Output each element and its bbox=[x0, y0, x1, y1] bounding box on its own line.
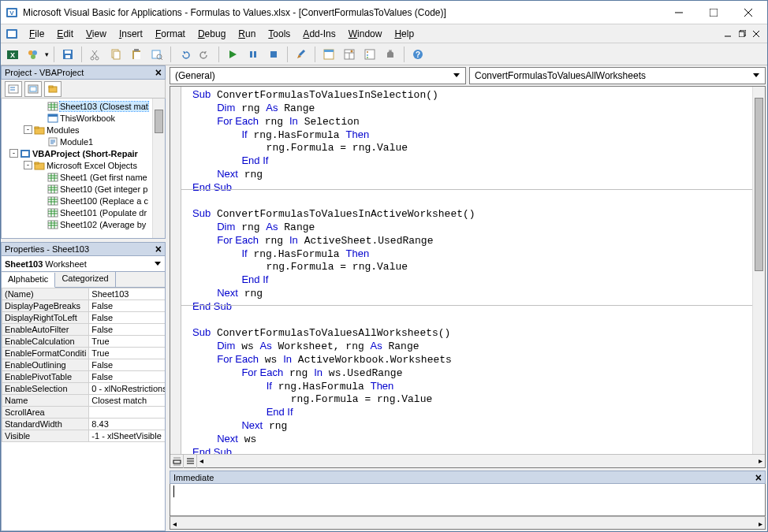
properties-window-button[interactable] bbox=[341, 46, 358, 63]
project-explorer-toolbar bbox=[1, 80, 166, 99]
insert-button[interactable] bbox=[24, 46, 42, 63]
cut-button[interactable] bbox=[87, 46, 104, 63]
property-row[interactable]: DisplayPageBreaksFalse bbox=[2, 300, 166, 312]
mdi-close-button[interactable] bbox=[750, 28, 762, 40]
property-row[interactable]: NameClosest match bbox=[2, 395, 166, 407]
standard-toolbar: X ▾ ? bbox=[1, 43, 767, 65]
menu-file[interactable]: File bbox=[23, 26, 50, 42]
mdi-minimize-button[interactable] bbox=[721, 28, 734, 40]
save-button[interactable] bbox=[59, 46, 76, 63]
svg-text:V: V bbox=[9, 9, 14, 17]
maximize-button[interactable] bbox=[696, 1, 731, 24]
property-row[interactable]: DisplayRightToLeftFalse bbox=[2, 312, 166, 324]
break-button[interactable] bbox=[244, 46, 262, 63]
mod-icon bbox=[47, 136, 58, 147]
tree-node[interactable]: -Microsoft Excel Objects bbox=[2, 159, 165, 171]
project-explorer-header[interactable]: Project - VBAProject × bbox=[1, 65, 166, 80]
property-row[interactable]: EnableSelection0 - xlNoRestrictions bbox=[2, 383, 166, 395]
tree-node[interactable]: Sheet10 (Get integer p bbox=[2, 183, 165, 195]
immediate-header[interactable]: Immediate × bbox=[170, 471, 766, 484]
paste-button[interactable] bbox=[128, 46, 145, 63]
tree-node[interactable]: Module1 bbox=[2, 136, 165, 147]
copy-button[interactable] bbox=[107, 46, 125, 63]
property-row[interactable]: (Name)Sheet103 bbox=[2, 288, 166, 300]
minimize-button[interactable] bbox=[662, 1, 696, 24]
tree-node[interactable]: ThisWorkbook bbox=[2, 112, 165, 124]
svg-point-45 bbox=[367, 51, 368, 53]
tree-node[interactable]: Sheet100 (Replace a c bbox=[2, 195, 165, 206]
redo-button[interactable] bbox=[196, 46, 214, 63]
menu-tools[interactable]: Tools bbox=[262, 26, 296, 42]
menu-insert[interactable]: Insert bbox=[113, 26, 149, 42]
undo-button[interactable] bbox=[176, 46, 193, 63]
immediate-close-icon[interactable]: × bbox=[755, 474, 762, 482]
project-tree-scrollbar[interactable] bbox=[152, 99, 165, 238]
procedure-view-button[interactable] bbox=[170, 455, 184, 468]
code-vertical-scrollbar[interactable] bbox=[752, 87, 765, 454]
property-row[interactable]: EnableAutoFilterFalse bbox=[2, 324, 166, 336]
menu-add-ins[interactable]: Add-Ins bbox=[296, 26, 341, 42]
view-object-button[interactable] bbox=[24, 81, 42, 97]
titlebar[interactable]: V Microsoft Visual Basic for Application… bbox=[1, 1, 767, 24]
run-button[interactable] bbox=[224, 46, 241, 63]
tree-node[interactable]: Sheet102 (Average by bbox=[2, 218, 165, 230]
mdi-restore-button[interactable] bbox=[736, 28, 748, 40]
svg-text:?: ? bbox=[416, 50, 420, 59]
tab-categorized[interactable]: Categorized bbox=[55, 272, 115, 287]
tree-node[interactable]: -VBAProject (Short-Repair bbox=[2, 147, 165, 159]
property-row[interactable]: ScrollArea bbox=[2, 407, 166, 419]
menu-debug[interactable]: Debug bbox=[192, 26, 232, 42]
menu-view[interactable]: View bbox=[80, 26, 113, 42]
properties-object-type: Worksheet bbox=[45, 259, 86, 269]
full-module-view-button[interactable] bbox=[184, 455, 197, 468]
properties-grid[interactable]: (Name)Sheet103DisplayPageBreaksFalseDisp… bbox=[1, 288, 166, 531]
find-button[interactable] bbox=[148, 46, 166, 63]
object-browser-button[interactable] bbox=[361, 46, 378, 63]
property-row[interactable]: EnableFormatConditiTrue bbox=[2, 348, 166, 359]
menu-format[interactable]: Format bbox=[149, 26, 192, 42]
menu-run[interactable]: Run bbox=[232, 26, 262, 42]
tab-alphabetic[interactable]: Alphabetic bbox=[2, 273, 55, 288]
menu-edit[interactable]: Edit bbox=[50, 26, 80, 42]
reset-button[interactable] bbox=[265, 46, 282, 63]
properties-object-selector[interactable]: Sheet103 Worksheet bbox=[1, 256, 166, 272]
properties-header[interactable]: Properties - Sheet103 × bbox=[1, 242, 166, 256]
svg-rect-85 bbox=[48, 197, 58, 205]
design-mode-button[interactable] bbox=[293, 46, 310, 63]
project-tree[interactable]: Sheet103 (Closest matThisWorkbook-Module… bbox=[1, 99, 166, 239]
tree-node[interactable]: Sheet101 (Populate dr bbox=[2, 206, 165, 218]
immediate-input[interactable] bbox=[170, 484, 766, 516]
property-row[interactable]: EnableOutliningFalse bbox=[2, 359, 166, 371]
property-row[interactable]: StandardWidth8.43 bbox=[2, 419, 166, 430]
toggle-folders-button[interactable] bbox=[44, 81, 62, 97]
properties-object-name: Sheet103 bbox=[5, 259, 43, 269]
svg-rect-90 bbox=[48, 209, 58, 217]
view-excel-button[interactable]: X bbox=[4, 46, 21, 63]
tree-node[interactable]: Sheet1 (Get first name bbox=[2, 171, 165, 183]
tree-node[interactable]: -Modules bbox=[2, 124, 165, 136]
property-row[interactable]: EnablePivotTableFalse bbox=[2, 371, 166, 383]
app-icon: V bbox=[6, 6, 18, 19]
code-text[interactable]: Sub ConvertFormulasToValuesInSelection()… bbox=[192, 88, 475, 454]
menu-help[interactable]: Help bbox=[388, 26, 420, 42]
project-explorer-close-icon[interactable]: × bbox=[155, 69, 162, 76]
svg-rect-34 bbox=[250, 51, 252, 58]
tree-node[interactable]: Sheet103 (Closest mat bbox=[2, 100, 165, 112]
property-row[interactable]: EnableCalculationTrue bbox=[2, 336, 166, 348]
toolbox-button[interactable] bbox=[382, 46, 399, 63]
help-button[interactable]: ? bbox=[409, 46, 427, 63]
code-editor[interactable]: Sub ConvertFormulasToValuesInSelection()… bbox=[170, 87, 765, 454]
sheet-icon bbox=[47, 172, 58, 183]
code-horizontal-scrollbar[interactable]: ◂▸ bbox=[197, 455, 765, 467]
object-dropdown[interactable]: (General) bbox=[170, 67, 466, 84]
procedure-dropdown[interactable]: ConvertFormulasToValuesAllWorksheets bbox=[469, 67, 766, 84]
svg-rect-4 bbox=[710, 9, 718, 17]
svg-rect-75 bbox=[48, 173, 58, 181]
view-code-button[interactable] bbox=[5, 81, 22, 97]
project-explorer-button[interactable] bbox=[320, 46, 337, 63]
property-row[interactable]: Visible-1 - xlSheetVisible bbox=[2, 430, 166, 442]
properties-close-icon[interactable]: × bbox=[155, 245, 162, 253]
menu-window[interactable]: Window bbox=[342, 26, 389, 42]
immediate-horizontal-scrollbar[interactable]: ◂▸ bbox=[170, 516, 766, 530]
close-button[interactable] bbox=[731, 1, 766, 24]
